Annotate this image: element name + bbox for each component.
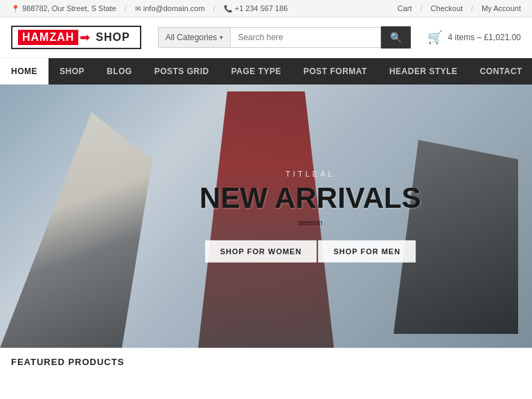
nav-item-contact[interactable]: CONTACT: [469, 58, 532, 85]
shop-women-button[interactable]: SHOP FOR WOMEN: [205, 240, 317, 263]
checkout-link[interactable]: Checkout: [431, 4, 463, 12]
cart-text: 4 items – £1,021.00: [448, 33, 521, 42]
search-icon: 🔍: [390, 32, 402, 43]
sep1: /: [125, 4, 127, 12]
top-bar-left: 988782, Our Street, S State / info@domai…: [11, 4, 287, 12]
nav-item-shop[interactable]: SHOP: [48, 58, 96, 85]
location-icon: [11, 4, 19, 12]
category-dropdown[interactable]: All Categories: [158, 27, 231, 48]
nav-item-page-type[interactable]: PAGE TYPE: [220, 58, 292, 85]
myaccount-link[interactable]: My Account: [481, 4, 521, 12]
phone-icon: [224, 4, 232, 12]
sep3: /: [420, 4, 423, 12]
logo-hamzah: HAMZAH: [18, 30, 78, 45]
nav-item-header-style[interactable]: HEADER STYLE: [378, 58, 469, 85]
hero-title: NEW ARRIVALS: [200, 182, 421, 214]
top-bar: 988782, Our Street, S State / info@domai…: [0, 0, 532, 17]
featured-bar: FEATURED PRODUCTS: [0, 348, 532, 375]
header: HAMZAH ➡ SHOP All Categories 🔍 🛒 4 items…: [0, 17, 532, 58]
search-bar: All Categories 🔍: [158, 26, 411, 48]
featured-title: FEATURED PRODUCTS: [11, 357, 124, 367]
address-item: 988782, Our Street, S State: [11, 4, 116, 12]
cart-area[interactable]: 🛒 4 items – £1,021.00: [427, 30, 521, 45]
cart-link[interactable]: Cart: [398, 4, 412, 12]
search-input[interactable]: [230, 27, 380, 48]
nav-item-home[interactable]: HOME: [0, 58, 48, 85]
cart-icon: 🛒: [427, 30, 443, 45]
nav-item-post-format[interactable]: POST FORMAT: [292, 58, 378, 85]
email-icon: [135, 4, 141, 12]
logo[interactable]: HAMZAH ➡ SHOP: [11, 26, 141, 49]
phone-item: +1 234 567 186: [224, 4, 288, 12]
main-nav: HOME SHOP BLOG POSTS GRID PAGE TYPE POST…: [0, 58, 532, 85]
sep4: /: [471, 4, 473, 12]
search-button[interactable]: 🔍: [381, 26, 411, 48]
hero-buttons: SHOP FOR WOMEN SHOP FOR MEN: [200, 240, 421, 263]
email-link[interactable]: info@domain.com: [143, 4, 205, 12]
nav-item-posts-grid[interactable]: POSTS GRID: [143, 58, 220, 85]
nav-item-blog[interactable]: BLOG: [96, 58, 143, 85]
hero-content: TITLEAL NEW ARRIVALS season SHOP FOR WOM…: [200, 170, 421, 263]
sep2: /: [213, 4, 215, 12]
top-bar-right: Cart / Checkout / My Account: [398, 4, 521, 12]
logo-shop: SHOP: [91, 30, 134, 45]
phone-text: +1 234 567 186: [235, 4, 288, 12]
hero-section: TITLEAL NEW ARRIVALS season SHOP FOR WOM…: [0, 85, 532, 348]
category-label: All Categories: [166, 33, 218, 42]
hero-description: season: [200, 218, 421, 227]
hero-subtitle: TITLEAL: [200, 170, 421, 178]
shop-men-button[interactable]: SHOP FOR MEN: [318, 240, 416, 263]
email-item: info@domain.com: [135, 4, 205, 12]
logo-arrow-icon: ➡: [80, 30, 90, 45]
address-text: 988782, Our Street, S State: [22, 4, 116, 12]
